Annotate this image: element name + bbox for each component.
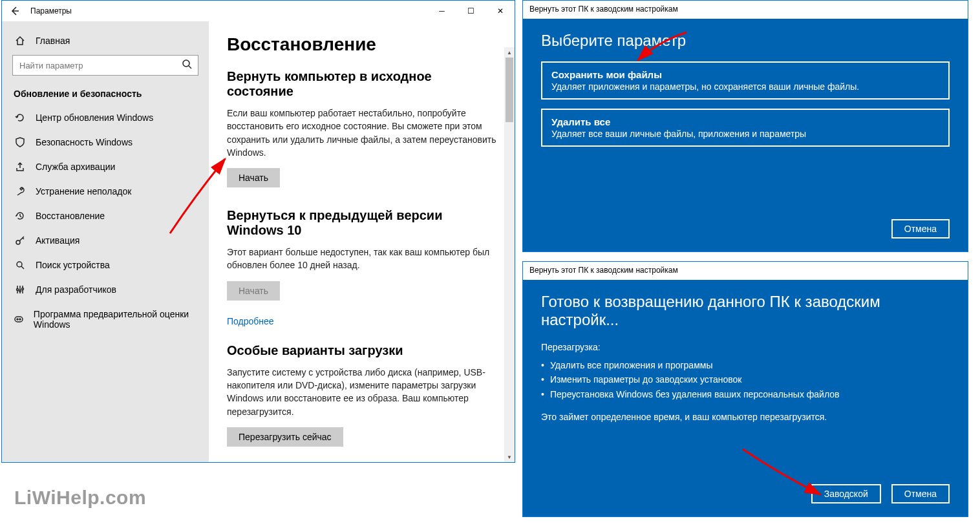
option-remove-all[interactable]: Удалить все Удаляет все ваши личные файл… — [541, 109, 950, 147]
option-remove-all-title: Удалить все — [551, 116, 939, 127]
dialog2-list: Удалить все приложения и программы Измен… — [541, 358, 950, 401]
dialog1-title: Вернуть этот ПК к заводским настройкам — [523, 1, 968, 19]
svg-point-0 — [183, 60, 189, 67]
learn-more-link[interactable]: Подробнее — [227, 316, 496, 326]
refresh-icon — [14, 112, 27, 123]
reset-start-button[interactable]: Начать — [227, 168, 280, 187]
category-heading: Обновление и безопасность — [2, 80, 209, 105]
wrench-icon — [14, 186, 27, 196]
rollback-start-button: Начать — [227, 281, 280, 301]
factory-reset-button[interactable]: Заводской — [811, 484, 881, 504]
insider-icon — [14, 314, 25, 324]
backup-icon — [14, 162, 27, 172]
key-icon — [14, 235, 27, 246]
home-label: Главная — [36, 36, 70, 46]
scrollbar-thumb[interactable] — [506, 58, 513, 122]
dialog1-cancel-button[interactable]: Отмена — [891, 219, 950, 238]
nav-backup[interactable]: Служба архивации — [2, 154, 209, 179]
dialog2-subtitle: Перезагрузка: — [541, 341, 950, 354]
reset-dialog-ready: Вернуть этот ПК к заводским настройкам Г… — [522, 261, 968, 517]
scrollbar[interactable]: ▲ ▼ — [504, 47, 515, 462]
reset-pc-heading: Вернуть компьютер в исходное состояние — [227, 69, 496, 99]
watermark: LiWiHelp.com — [14, 487, 146, 509]
nav-insider[interactable]: Программа предварительной оценки Windows — [2, 302, 209, 337]
svg-point-5 — [22, 288, 24, 290]
scroll-down-icon[interactable]: ▼ — [504, 452, 515, 462]
nav-windows-update[interactable]: Центр обновления Windows — [2, 105, 209, 130]
search-input[interactable] — [12, 55, 198, 76]
list-item: Изменить параметры до заводских установо… — [541, 372, 950, 387]
settings-window: Параметры ─ ☐ ✕ Главная Обновление и без… — [1, 0, 515, 463]
search-icon — [182, 59, 192, 72]
find-device-icon — [14, 260, 27, 270]
option-remove-all-desc: Удаляет все ваши личные файлы, приложени… — [551, 129, 939, 139]
dialog2-note: Это займет определенное время, и ваш ком… — [541, 410, 950, 424]
option-keep-files-title: Сохранить мои файлы — [551, 69, 939, 80]
nav-find-device[interactable]: Поиск устройства — [2, 253, 209, 277]
svg-point-8 — [19, 319, 21, 320]
nav-windows-security[interactable]: Безопасность Windows — [2, 130, 209, 154]
close-button[interactable]: ✕ — [485, 1, 515, 21]
nav-recovery[interactable]: Восстановление — [2, 204, 209, 228]
history-icon — [14, 211, 27, 221]
svg-rect-6 — [15, 317, 23, 322]
dialog2-title: Вернуть этот ПК к заводским настройкам — [523, 262, 968, 280]
nav-developers[interactable]: Для разработчиков — [2, 277, 209, 302]
advanced-startup-text: Запустите систему с устройства либо диск… — [227, 366, 496, 418]
scroll-up-icon[interactable]: ▲ — [504, 47, 515, 58]
dialog2-heading: Готово к возвращению данного ПК к заводс… — [541, 293, 950, 329]
titlebar: Параметры ─ ☐ ✕ — [2, 1, 515, 21]
svg-point-4 — [19, 290, 21, 292]
shield-icon — [14, 137, 27, 147]
svg-point-3 — [17, 289, 19, 291]
dialog2-cancel-button[interactable]: Отмена — [891, 484, 950, 504]
maximize-button[interactable]: ☐ — [456, 1, 485, 21]
dialog1-heading: Выберите параметр — [541, 32, 950, 50]
advanced-startup-heading: Особые варианты загрузки — [227, 343, 496, 358]
home-nav[interactable]: Главная — [2, 30, 209, 51]
restart-now-button[interactable]: Перезагрузить сейчас — [227, 427, 343, 447]
nav-activation[interactable]: Активация — [2, 228, 209, 253]
main-content: Восстановление Вернуть компьютер в исход… — [209, 21, 515, 462]
list-item: Переустановка Windows без удаления ваших… — [541, 387, 950, 401]
sidebar: Главная Обновление и безопасность Центр … — [2, 21, 209, 462]
page-heading: Восстановление — [227, 34, 496, 55]
option-keep-files-desc: Удаляет приложения и параметры, но сохра… — [551, 81, 939, 92]
home-icon — [14, 36, 27, 46]
developers-icon — [14, 284, 27, 295]
nav-troubleshoot[interactable]: Устранение неполадок — [2, 179, 209, 204]
list-item: Удалить все приложения и программы — [541, 358, 950, 372]
rollback-text: Этот вариант больше недоступен, так как … — [227, 246, 496, 272]
reset-pc-text: Если ваш компьютер работает нестабильно,… — [227, 107, 496, 159]
window-title: Параметры — [30, 6, 72, 16]
reset-dialog-choose: Вернуть этот ПК к заводским настройкам В… — [522, 0, 968, 252]
back-button[interactable] — [7, 3, 23, 19]
svg-point-7 — [17, 319, 18, 320]
arrow-left-icon — [10, 6, 20, 16]
svg-point-2 — [17, 262, 22, 267]
option-keep-files[interactable]: Сохранить мои файлы Удаляет приложения и… — [541, 61, 950, 100]
search-box — [12, 55, 198, 76]
minimize-button[interactable]: ─ — [427, 1, 456, 21]
rollback-heading: Вернуться к предыдущей версии Windows 10 — [227, 208, 496, 238]
